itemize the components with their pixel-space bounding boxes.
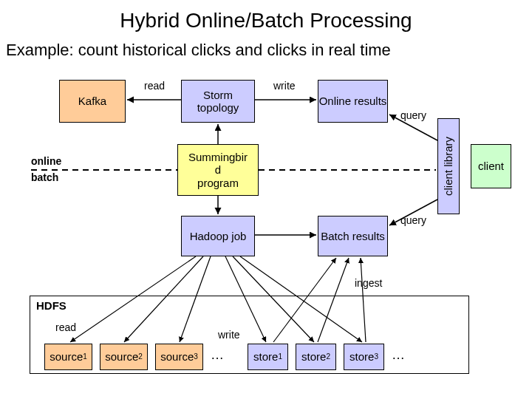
source3-label: source — [160, 350, 194, 363]
label-write-top: write — [273, 80, 296, 92]
box-source-2: source2 — [100, 344, 148, 370]
label-online: online — [31, 155, 61, 167]
source1-label: source — [50, 350, 83, 363]
box-storm: Storm topology — [181, 80, 255, 123]
store1-sub: 1 — [278, 352, 282, 361]
source1-sub: 1 — [83, 352, 87, 361]
label-dots-1: … — [211, 347, 224, 363]
page-title: Hybrid Online/Batch Processing — [0, 9, 532, 33]
box-store-1: store1 — [248, 344, 288, 370]
label-write-bottom: write — [218, 329, 240, 341]
box-client: client — [471, 144, 511, 188]
label-ingest: ingest — [355, 277, 382, 289]
label-read-bottom: read — [55, 321, 76, 333]
source2-sub: 2 — [138, 352, 143, 361]
box-online-results: Online results — [318, 80, 388, 123]
box-source-3: source3 — [155, 344, 203, 370]
source2-label: source — [105, 350, 138, 363]
subtitle: Example: count historical clicks and cli… — [0, 41, 532, 60]
box-summingbird: Summingbir d program — [177, 144, 259, 196]
box-source-1: source1 — [44, 344, 92, 370]
label-read-top: read — [144, 80, 165, 92]
box-client-library: client library — [437, 118, 460, 214]
store3-label: store — [349, 350, 374, 363]
store2-sub: 2 — [326, 352, 330, 361]
box-batch-results: Batch results — [318, 216, 388, 256]
box-kafka: Kafka — [59, 80, 126, 123]
box-store-3: store3 — [344, 344, 384, 370]
store2-label: store — [301, 350, 326, 363]
label-query-1: query — [400, 109, 426, 121]
hdfs-label: HDFS — [36, 299, 66, 312]
label-dots-2: … — [392, 347, 405, 363]
label-query-2: query — [400, 214, 426, 226]
store3-sub: 3 — [374, 352, 378, 361]
box-store-2: store2 — [296, 344, 336, 370]
box-hadoop: Hadoop job — [181, 216, 255, 256]
label-batch: batch — [31, 171, 58, 183]
store1-label: store — [253, 350, 278, 363]
source3-sub: 3 — [194, 352, 198, 361]
